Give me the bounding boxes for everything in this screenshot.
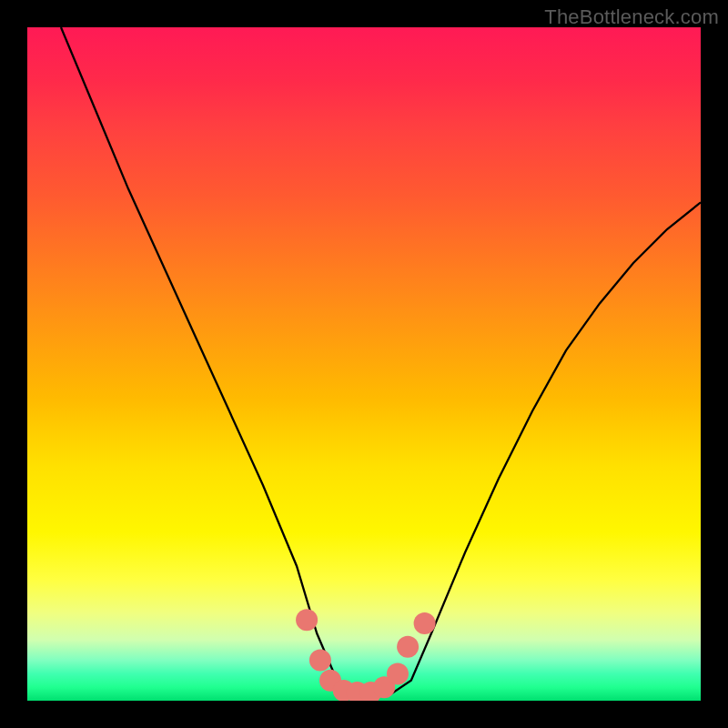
watermark-text: TheBottleneck.com [544,5,719,29]
data-marker [309,650,331,672]
data-marker [387,662,409,684]
curve-svg [27,27,701,701]
data-marker [397,636,419,658]
plot-area [27,27,701,701]
data-marker [414,612,436,634]
bottleneck-curve [61,27,701,694]
chart-container: TheBottleneck.com [0,0,728,728]
markers-group [296,609,436,701]
data-marker [296,609,318,631]
